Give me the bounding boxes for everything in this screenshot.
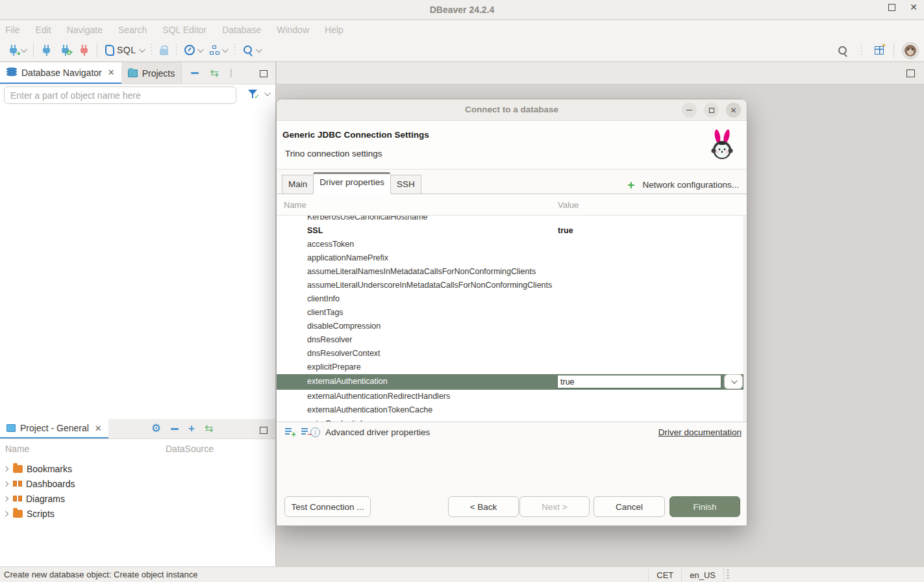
property-row[interactable]: applicationNamePrefix	[277, 251, 747, 265]
panel-maximize-button[interactable]	[260, 427, 268, 434]
menu-item-database[interactable]: Database	[222, 25, 261, 35]
tab-project-general[interactable]: Project - General ✕	[0, 419, 108, 438]
tasks-button[interactable]	[208, 45, 229, 55]
value-dropdown-button[interactable]	[724, 374, 743, 389]
project-tree: BookmarksDashboardsDiagramsScripts	[0, 459, 275, 521]
back-button[interactable]: < Back	[448, 496, 519, 517]
property-value-input[interactable]: true	[557, 375, 721, 388]
remove-property-icon[interactable]: −	[301, 427, 311, 436]
global-search-button[interactable]	[836, 45, 850, 56]
tree-item-dashboards[interactable]: Dashboards	[0, 476, 275, 491]
cancel-button[interactable]: Cancel	[593, 496, 665, 517]
tab-label: Project - General	[20, 423, 89, 433]
close-icon[interactable]: ✕	[108, 68, 115, 77]
property-row[interactable]: externalAuthenticationtrue	[277, 374, 747, 390]
chevron-down-icon[interactable]	[264, 90, 271, 96]
panel-maximize-button[interactable]	[260, 70, 268, 77]
tree-item-bookmarks[interactable]: Bookmarks	[0, 461, 275, 476]
tab-driver-properties[interactable]: Driver properties	[313, 172, 390, 194]
driver-documentation-link[interactable]: Driver documentation	[658, 427, 742, 437]
property-row[interactable]: dnsResolver	[277, 333, 747, 347]
view-menu-icon[interactable]: ⁞	[230, 69, 232, 78]
tab-projects[interactable]: Projects	[121, 62, 182, 84]
new-connection-button[interactable]: +	[6, 45, 27, 55]
property-row[interactable]: accessToken	[277, 238, 747, 251]
property-row[interactable]: disableCompression	[277, 320, 747, 333]
timezone-indicator[interactable]: CET	[648, 567, 681, 582]
perspective-button[interactable]	[873, 46, 886, 55]
tab-database-navigator[interactable]: Database Navigator ✕	[0, 62, 121, 84]
menu-item-window[interactable]: Window	[277, 25, 309, 35]
property-row[interactable]: assumeLiteralNamesInMetadataCallsForNonC…	[277, 265, 747, 279]
finish-button[interactable]: Finish	[669, 496, 740, 517]
column-value[interactable]: Value	[558, 200, 579, 210]
window-titlebar: DBeaver 24.2.4 ✕	[0, 0, 924, 19]
collapse-icon[interactable]	[171, 428, 179, 430]
menu-item-navigate[interactable]: Navigate	[67, 25, 103, 35]
tree-item-diagrams[interactable]: Diagrams	[0, 491, 275, 506]
property-row[interactable]: clientTags	[277, 306, 747, 320]
column-name[interactable]: Name	[0, 444, 166, 454]
user-avatar[interactable]	[902, 42, 919, 59]
bookmarks-folder-icon	[13, 465, 23, 473]
column-datasource[interactable]: DataSource	[166, 444, 214, 454]
property-name: dnsResolver	[307, 335, 352, 344]
dialog-close-button[interactable]: ✕	[726, 103, 741, 118]
collapse-all-icon[interactable]	[191, 72, 199, 74]
window-close-button[interactable]: ✕	[910, 4, 918, 11]
expand-icon[interactable]: +	[188, 424, 195, 433]
next-button[interactable]: Next >	[519, 496, 590, 517]
sql-editor-button[interactable]: SQL	[103, 45, 145, 56]
property-row[interactable]: extraCredentials	[277, 417, 747, 422]
property-row[interactable]: KerberosUseCanonicalHostname	[277, 216, 747, 224]
property-name: clientInfo	[307, 294, 340, 303]
menu-item-file[interactable]: File	[5, 25, 20, 35]
connect-button[interactable]	[40, 45, 53, 55]
network-configurations-button[interactable]: + Network configurations...	[627, 180, 739, 190]
editor-maximize-button[interactable]	[906, 70, 915, 77]
property-row[interactable]: SSLtrue	[277, 224, 747, 238]
dialog-maximize-button[interactable]	[704, 103, 719, 118]
property-row[interactable]: externalAuthenticationRedirectHandlers	[277, 390, 747, 403]
link-editor-icon[interactable]: ⇆	[210, 69, 218, 78]
tab-ssh[interactable]: SSH	[390, 175, 421, 194]
property-name: disableCompression	[307, 322, 381, 331]
property-row[interactable]: externalAuthenticationTokenCache	[277, 403, 747, 417]
window-maximize-button[interactable]	[888, 4, 895, 11]
tab-main[interactable]: Main	[282, 175, 313, 194]
menu-item-search[interactable]: Search	[118, 25, 147, 35]
search-button[interactable]	[241, 45, 262, 55]
property-row[interactable]: assumeLiteralUnderscoreInMetadataCallsFo…	[277, 279, 747, 292]
beaver-logo-icon	[904, 44, 917, 57]
property-row[interactable]: explicitPrepare	[277, 361, 747, 374]
menu-item-help[interactable]: Help	[325, 25, 343, 35]
disconnect-button[interactable]	[77, 45, 91, 55]
gear-icon[interactable]: ⚙	[151, 424, 161, 434]
test-connection-button[interactable]: Test Connection ...	[284, 496, 371, 517]
property-row[interactable]: clientInfo	[277, 292, 747, 306]
property-row[interactable]: dnsResolverContext	[277, 347, 747, 361]
expand-chevron-icon[interactable]	[3, 481, 8, 486]
lock-button[interactable]	[158, 45, 170, 55]
menu-item-edit[interactable]: Edit	[36, 25, 51, 35]
expand-chevron-icon[interactable]	[3, 496, 8, 501]
column-name[interactable]: Name	[284, 200, 306, 210]
close-icon[interactable]: ✕	[95, 424, 102, 433]
tree-item-scripts[interactable]: Scripts	[0, 506, 275, 521]
database-icon	[6, 68, 17, 77]
expand-chevron-icon[interactable]	[3, 466, 8, 471]
chevron-down-icon	[197, 46, 203, 53]
vertical-scrollbar[interactable]	[743, 216, 747, 422]
expand-chevron-icon[interactable]	[3, 511, 8, 516]
dialog-minimize-button[interactable]	[682, 103, 697, 118]
link-editor-icon[interactable]: ⇆	[205, 424, 213, 433]
dashboard-button[interactable]	[182, 45, 204, 55]
locale-indicator[interactable]: en_US	[681, 567, 724, 582]
property-name: accessToken	[307, 240, 354, 249]
menu-item-sql-editor[interactable]: SQL Editor	[162, 25, 206, 35]
filter-funnel-icon[interactable]: ✓	[247, 89, 258, 99]
reconnect-button[interactable]: ⟳	[58, 45, 72, 55]
add-property-icon[interactable]: +	[285, 427, 295, 436]
object-filter-input[interactable]: Enter a part of object name here	[4, 86, 236, 104]
dialog-titlebar[interactable]: Connect to a database ✕	[277, 99, 747, 121]
